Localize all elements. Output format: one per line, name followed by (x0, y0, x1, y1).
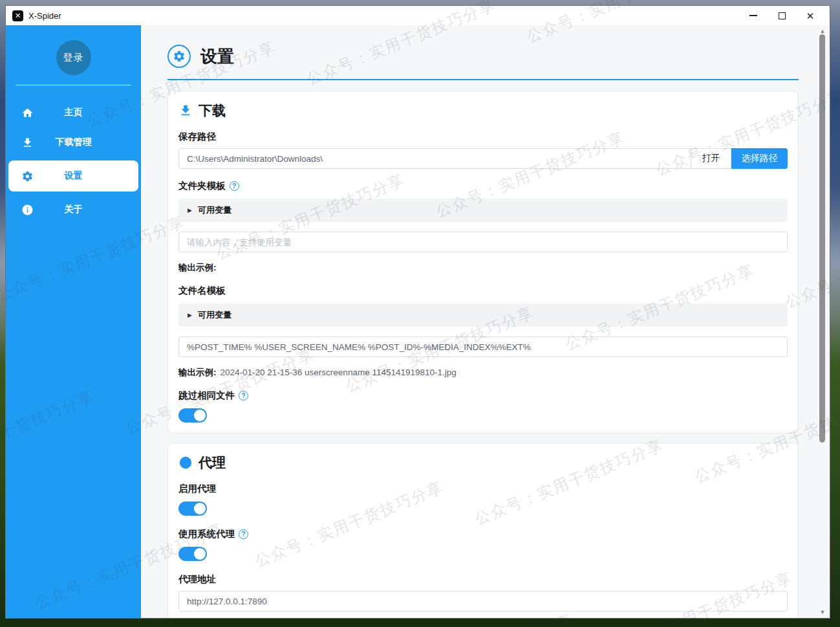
chevron-right-icon: ▶ (188, 312, 192, 318)
home-icon (21, 107, 34, 119)
toggle-knob (194, 410, 206, 421)
question-icon[interactable]: ? (230, 181, 239, 191)
sidebar-divider (16, 85, 131, 85)
save-path-label: 保存路径 (178, 131, 788, 143)
close-button[interactable]: ✕ (796, 6, 824, 25)
sidebar-item-label: 主页 (65, 107, 83, 118)
maximize-icon (779, 12, 786, 19)
sidebar-item-label: 关于 (65, 204, 83, 215)
skip-same-label: 跳过相同文件 ? (178, 390, 788, 402)
app-logo-icon: ✕ (12, 10, 23, 21)
sidebar-item-settings[interactable]: 设置 (8, 160, 138, 192)
download-section-heading: 下载 (178, 102, 788, 120)
window-controls: ✕ (739, 6, 824, 25)
scroll-up-arrow-icon[interactable]: ▲ (815, 28, 830, 34)
maximize-button[interactable] (768, 6, 796, 25)
download-settings-card: 下载 保存路径 打开 选择路径 文件夹模板 ? (167, 91, 799, 434)
enable-proxy-label: 启用代理 (178, 483, 788, 495)
folder-template-input[interactable] (178, 232, 788, 252)
proxy-address-label: 代理地址 (178, 573, 788, 586)
system-proxy-toggle[interactable] (178, 547, 207, 561)
sidebar-item-label: 下载管理 (56, 137, 92, 148)
proxy-section-title: 代理 (199, 454, 226, 472)
close-icon: ✕ (806, 11, 815, 21)
sidebar-item-about[interactable]: 关于 (8, 197, 138, 223)
question-icon[interactable]: ? (239, 529, 248, 539)
app-body: 登录 主页 下载管理 (6, 25, 830, 618)
minimize-button[interactable] (739, 6, 768, 25)
sidebar-item-downloads[interactable]: 下载管理 (8, 129, 138, 155)
folder-template-label: 文件夹模板 ? (178, 180, 788, 192)
save-path-input[interactable] (178, 148, 691, 169)
skip-same-toggle[interactable] (178, 408, 207, 423)
proxy-address-input[interactable] (178, 591, 788, 611)
sidebar-item-label: 设置 (65, 170, 83, 182)
page-header: 设置 (167, 45, 799, 68)
titlebar[interactable]: ✕ X-Spider ✕ (6, 6, 830, 25)
folder-output-example: 输出示例: (178, 262, 788, 274)
scroll-down-arrow-icon[interactable]: ▼ (815, 609, 830, 615)
scrollbar-thumb[interactable] (819, 34, 825, 443)
system-proxy-label: 使用系统代理 ? (178, 528, 788, 540)
main-panel: 设置 下载 保存路径 (141, 25, 830, 618)
info-icon (21, 204, 34, 216)
proxy-settings-card: 代理 启用代理 使用系统代理 ? 代理地址 (167, 443, 799, 618)
open-path-button[interactable]: 打开 (691, 148, 731, 169)
globe-icon (178, 456, 193, 470)
download-icon (21, 137, 34, 149)
page-title: 设置 (200, 45, 234, 68)
filename-template-input[interactable] (178, 336, 788, 357)
save-path-group: 打开 选择路径 (178, 148, 788, 169)
filename-output-example: 输出示例:2024-01-20 21-15-36 userscreenname … (178, 367, 788, 379)
settings-gear-icon (167, 45, 191, 68)
app-window: ✕ X-Spider ✕ 登录 主页 (5, 5, 830, 619)
enable-proxy-toggle[interactable] (178, 501, 207, 516)
sidebar: 登录 主页 下载管理 (6, 25, 141, 618)
download-icon (178, 104, 193, 118)
header-divider (167, 79, 799, 80)
download-section-title: 下载 (199, 102, 226, 120)
question-icon[interactable]: ? (239, 391, 248, 401)
gear-icon (21, 170, 34, 182)
login-button[interactable]: 登录 (56, 40, 91, 75)
proxy-section-heading: 代理 (178, 454, 788, 472)
folder-variables-collapse[interactable]: ▶ 可用变量 (178, 199, 788, 222)
filename-variables-collapse[interactable]: ▶ 可用变量 (178, 303, 788, 327)
window-title: X-Spider (28, 11, 61, 21)
desktop-background: ✕ X-Spider ✕ 登录 主页 (0, 0, 840, 627)
chevron-right-icon: ▶ (188, 207, 192, 214)
toggle-knob (194, 503, 206, 514)
minimize-icon (749, 15, 757, 16)
sidebar-item-home[interactable]: 主页 (8, 100, 138, 126)
choose-path-button[interactable]: 选择路径 (731, 148, 788, 169)
scrollbar[interactable]: ▲ ▼ (815, 25, 830, 618)
filename-template-label: 文件名模板 (178, 285, 788, 297)
toggle-knob (194, 548, 206, 560)
